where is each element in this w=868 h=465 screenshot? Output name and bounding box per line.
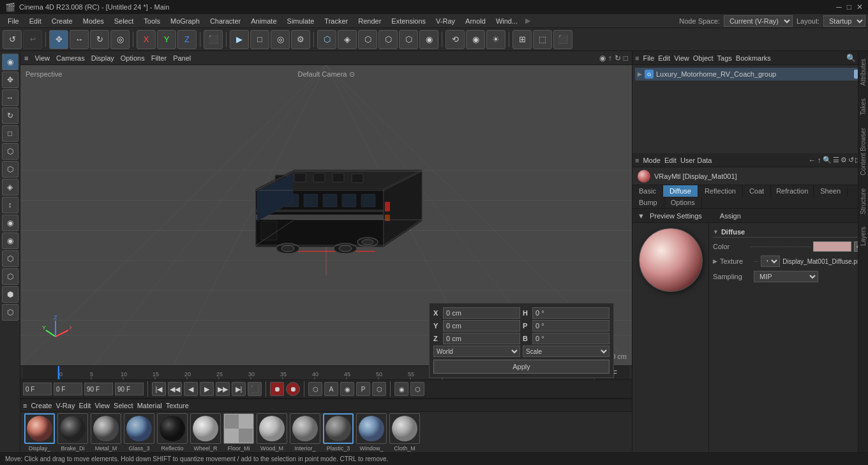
preview-settings-label[interactable]: Preview Settings [650,212,702,220]
material-wood[interactable]: Wood_M [257,413,287,452]
tab-sheen[interactable]: Sheen [814,185,848,197]
vt-view[interactable]: View [34,54,50,62]
nodespace-select[interactable]: Current (V-Ray) [724,15,793,27]
snap2-btn[interactable]: ⬚ [533,30,552,49]
am-search-icon[interactable]: 🔍 [823,156,832,164]
vert-tab-attributes[interactable]: Attributes [858,54,868,91]
left-tool-6[interactable]: ⬡ [2,143,19,160]
obj5-btn[interactable]: ◉ [419,30,438,49]
camera-btn[interactable]: ◉ [466,30,485,49]
left-tool-11[interactable]: ◉ [2,232,19,249]
am-up-icon[interactable]: ↑ [818,156,821,165]
render-region-btn[interactable]: □ [250,30,269,49]
menu-tools[interactable]: Tools [138,16,165,26]
menu-create[interactable]: Create [47,16,78,26]
render-btn[interactable]: ▶ [230,30,249,49]
close-icon[interactable]: ✕ [857,3,863,11]
scale-tool-btn[interactable]: ↔ [70,30,89,49]
obj1-btn[interactable]: ◈ [338,30,357,49]
left-tool-3[interactable]: ↔ [2,89,19,106]
vt-display[interactable]: Display [91,54,114,62]
left-tool-8[interactable]: ◈ [2,179,19,195]
menu-vray[interactable]: V-Ray [431,16,460,26]
mm-vray[interactable]: V-Ray [56,402,75,409]
left-tool-10[interactable]: ◉ [2,215,19,231]
coord-y-input[interactable] [443,320,520,332]
key-grid-btn[interactable]: ⬡ [372,382,386,396]
om-view[interactable]: View [674,54,689,62]
menu-edit[interactable]: Edit [24,16,47,26]
mm-create[interactable]: Create [31,402,52,409]
material-floor[interactable]: Floor_Mi [223,413,254,452]
material-interior[interactable]: Interior_ [290,413,320,452]
menu-mograph[interactable]: MoGraph [165,16,205,26]
y-axis-btn[interactable]: Y [157,30,176,49]
menu-select[interactable]: Select [109,16,139,26]
material-cloth[interactable]: Cloth_M [389,413,420,452]
menu-arnold[interactable]: Arnold [460,16,491,26]
material-plastic[interactable]: Plastic_3 [323,413,354,452]
coord-b-input[interactable] [532,333,610,344]
stop-btn[interactable]: ⬛ [248,382,262,396]
coord-p-input[interactable] [532,320,610,332]
mm-select[interactable]: Select [114,402,133,409]
left-tool-2[interactable]: ✥ [2,72,19,88]
am-edit[interactable]: Edit [664,156,677,164]
select-tool-btn[interactable]: ◎ [110,30,130,49]
left-tool-13[interactable]: ⬡ [2,268,19,285]
mm-material[interactable]: Material [137,402,162,409]
obj2-btn[interactable]: ⬡ [358,30,377,49]
left-tool-1[interactable]: ◉ [2,54,19,70]
record-btn[interactable]: ⏺ [270,382,284,396]
rotate-tool-btn[interactable]: ↻ [90,30,109,49]
tab-refraction[interactable]: Refraction [771,185,814,197]
tab-reflection[interactable]: Reflection [698,185,743,197]
prev-frame-btn[interactable]: ◀◀ [168,382,182,396]
material-brake[interactable]: Brake_Di [57,413,88,452]
am-back-icon[interactable]: ← [809,156,816,165]
menu-simulate[interactable]: Simulate [282,16,320,26]
snap1-btn[interactable]: ⊞ [513,30,532,49]
material-wheel[interactable]: Wheel_R [190,413,221,452]
coord-world-select[interactable]: World Object [433,346,520,357]
material-window[interactable]: Window_ [356,413,387,452]
x-axis-btn[interactable]: X [137,30,156,49]
obj3-btn[interactable]: ⬡ [378,30,398,49]
coord-h-input[interactable] [532,307,610,319]
left-tool-9[interactable]: ↕ [2,197,19,213]
om-search-icon[interactable]: 🔍 [846,54,856,63]
end-frame-input[interactable] [84,383,113,395]
light-btn[interactable]: ☀ [486,30,505,49]
am-reset-icon[interactable]: ↺ [848,156,854,164]
deform-btn[interactable]: ⟲ [445,30,465,49]
am-filter-icon[interactable]: ☰ [833,156,839,164]
material-display[interactable]: Display_ [24,413,55,452]
maximize-icon[interactable]: □ [847,3,851,11]
vt-menu-icon[interactable]: ≡ [24,54,28,62]
key-pos-btn[interactable]: P [356,382,370,396]
play-btn[interactable]: ▶ [200,382,214,396]
layout-select[interactable]: Startup [823,15,865,27]
vt-icon-3[interactable]: ↻ [615,54,621,63]
cube-btn[interactable]: ⬡ [317,30,336,49]
coord-x-input[interactable] [443,307,520,319]
menu-modes[interactable]: Modes [78,16,109,26]
left-tool-4[interactable]: ↻ [2,107,19,124]
material-metal[interactable]: Metal_M [91,413,121,452]
sampling-select[interactable]: MIP None Summed Area [754,271,818,282]
vt-options[interactable]: Options [121,54,145,62]
mm-edit[interactable]: Edit [79,402,91,409]
vert-tab-structure[interactable]: Structure [858,183,868,220]
snap3-btn[interactable]: ⬛ [553,30,572,49]
om-icon[interactable]: ≡ [635,54,639,62]
move-tool-btn[interactable]: ✥ [49,30,68,49]
menu-animate[interactable]: Animate [246,16,281,26]
tl-icon1[interactable]: ◉ [394,382,408,396]
om-edit[interactable]: Edit [658,54,670,62]
menu-file[interactable]: File [3,16,24,26]
left-tool-14[interactable]: ⬢ [2,286,19,303]
redo-button[interactable]: ↩ [23,30,42,49]
left-tool-15[interactable]: ⬡ [2,304,19,321]
key-sel-btn[interactable]: ⬡ [308,382,322,396]
om-file[interactable]: File [643,54,654,62]
